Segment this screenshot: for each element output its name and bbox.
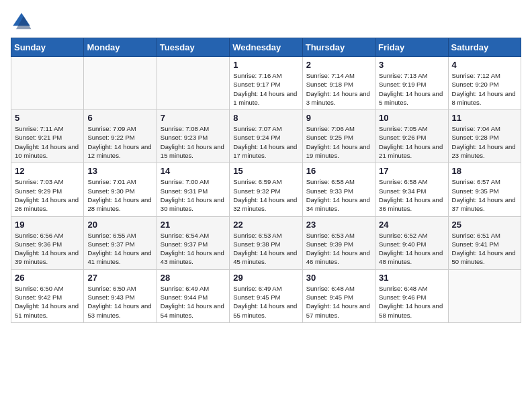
day-info: Sunrise: 7:06 AMSunset: 9:25 PMDaylight:…	[306, 124, 371, 160]
day-info: Sunrise: 6:53 AMSunset: 9:38 PMDaylight:…	[233, 231, 298, 267]
page-header	[11, 11, 521, 32]
weekday-header-monday: Monday	[84, 38, 157, 57]
calendar-day-cell: 14Sunrise: 7:00 AMSunset: 9:31 PMDayligh…	[157, 163, 229, 216]
day-info: Sunrise: 7:04 AMSunset: 9:28 PMDaylight:…	[452, 124, 517, 160]
calendar-table: SundayMondayTuesdayWednesdayThursdayFrid…	[11, 38, 521, 323]
day-number: 21	[161, 220, 226, 230]
calendar-day-cell: 13Sunrise: 7:01 AMSunset: 9:30 PMDayligh…	[84, 163, 157, 216]
calendar-day-cell: 24Sunrise: 6:52 AMSunset: 9:40 PMDayligh…	[375, 216, 448, 269]
day-number: 8	[233, 113, 298, 123]
calendar-day-cell: 28Sunrise: 6:49 AMSunset: 9:44 PMDayligh…	[157, 269, 229, 322]
day-number: 18	[452, 166, 517, 176]
calendar-day-cell: 8Sunrise: 7:07 AMSunset: 9:24 PMDaylight…	[230, 110, 302, 163]
calendar-day-cell: 9Sunrise: 7:06 AMSunset: 9:25 PMDaylight…	[302, 110, 375, 163]
day-number: 31	[379, 273, 444, 283]
calendar-day-cell: 3Sunrise: 7:13 AMSunset: 9:19 PMDaylight…	[375, 57, 448, 110]
calendar-day-cell: 7Sunrise: 7:08 AMSunset: 9:23 PMDaylight…	[157, 110, 229, 163]
day-info: Sunrise: 6:50 AMSunset: 9:43 PMDaylight:…	[87, 284, 152, 320]
day-number: 25	[452, 220, 517, 230]
calendar-day-cell: 23Sunrise: 6:53 AMSunset: 9:39 PMDayligh…	[302, 216, 375, 269]
calendar-day-cell: 2Sunrise: 7:14 AMSunset: 9:18 PMDaylight…	[302, 57, 375, 110]
day-number: 6	[87, 113, 152, 123]
calendar-empty-cell	[448, 269, 521, 322]
weekday-header-thursday: Thursday	[302, 38, 375, 57]
calendar-day-cell: 15Sunrise: 6:59 AMSunset: 9:32 PMDayligh…	[230, 163, 302, 216]
calendar-day-cell: 19Sunrise: 6:56 AMSunset: 9:36 PMDayligh…	[11, 216, 84, 269]
weekday-header-saturday: Saturday	[448, 38, 521, 57]
calendar-day-cell: 11Sunrise: 7:04 AMSunset: 9:28 PMDayligh…	[448, 110, 521, 163]
day-info: Sunrise: 7:11 AMSunset: 9:21 PMDaylight:…	[15, 124, 80, 160]
day-info: Sunrise: 6:56 AMSunset: 9:36 PMDaylight:…	[15, 231, 80, 267]
day-info: Sunrise: 6:53 AMSunset: 9:39 PMDaylight:…	[306, 231, 371, 267]
weekday-header-sunday: Sunday	[11, 38, 84, 57]
day-info: Sunrise: 7:14 AMSunset: 9:18 PMDaylight:…	[306, 71, 371, 107]
day-info: Sunrise: 7:03 AMSunset: 9:29 PMDaylight:…	[15, 177, 80, 213]
day-number: 10	[379, 113, 444, 123]
day-number: 14	[161, 166, 226, 176]
day-info: Sunrise: 6:58 AMSunset: 9:34 PMDaylight:…	[379, 177, 444, 213]
day-number: 28	[161, 273, 226, 283]
day-info: Sunrise: 7:00 AMSunset: 9:31 PMDaylight:…	[161, 177, 226, 213]
calendar-day-cell: 22Sunrise: 6:53 AMSunset: 9:38 PMDayligh…	[230, 216, 302, 269]
day-info: Sunrise: 7:09 AMSunset: 9:22 PMDaylight:…	[87, 124, 152, 160]
calendar-day-cell: 4Sunrise: 7:12 AMSunset: 9:20 PMDaylight…	[448, 57, 521, 110]
day-number: 17	[379, 166, 444, 176]
day-info: Sunrise: 6:51 AMSunset: 9:41 PMDaylight:…	[452, 231, 517, 267]
calendar-day-cell: 10Sunrise: 7:05 AMSunset: 9:26 PMDayligh…	[375, 110, 448, 163]
logo-icon	[11, 11, 32, 32]
day-info: Sunrise: 6:55 AMSunset: 9:37 PMDaylight:…	[87, 231, 152, 267]
day-number: 1	[233, 60, 298, 70]
calendar-day-cell: 5Sunrise: 7:11 AMSunset: 9:21 PMDaylight…	[11, 110, 84, 163]
day-number: 29	[233, 273, 298, 283]
calendar-week-row: 1Sunrise: 7:16 AMSunset: 9:17 PMDaylight…	[11, 57, 521, 110]
weekday-header-tuesday: Tuesday	[157, 38, 229, 57]
calendar-day-cell: 25Sunrise: 6:51 AMSunset: 9:41 PMDayligh…	[448, 216, 521, 269]
calendar-empty-cell	[157, 57, 229, 110]
day-info: Sunrise: 6:48 AMSunset: 9:45 PMDaylight:…	[306, 284, 371, 320]
day-info: Sunrise: 6:50 AMSunset: 9:42 PMDaylight:…	[15, 284, 80, 320]
calendar-day-cell: 27Sunrise: 6:50 AMSunset: 9:43 PMDayligh…	[84, 269, 157, 322]
calendar-day-cell: 17Sunrise: 6:58 AMSunset: 9:34 PMDayligh…	[375, 163, 448, 216]
day-number: 23	[306, 220, 371, 230]
calendar-day-cell: 26Sunrise: 6:50 AMSunset: 9:42 PMDayligh…	[11, 269, 84, 322]
calendar-week-row: 5Sunrise: 7:11 AMSunset: 9:21 PMDaylight…	[11, 110, 521, 163]
day-number: 13	[87, 166, 152, 176]
calendar-empty-cell	[11, 57, 84, 110]
calendar-day-cell: 29Sunrise: 6:49 AMSunset: 9:45 PMDayligh…	[230, 269, 302, 322]
day-number: 15	[233, 166, 298, 176]
day-number: 5	[15, 113, 80, 123]
day-number: 27	[87, 273, 152, 283]
day-info: Sunrise: 6:57 AMSunset: 9:35 PMDaylight:…	[452, 177, 517, 213]
day-info: Sunrise: 6:49 AMSunset: 9:45 PMDaylight:…	[233, 284, 298, 320]
day-info: Sunrise: 7:07 AMSunset: 9:24 PMDaylight:…	[233, 124, 298, 160]
day-info: Sunrise: 7:05 AMSunset: 9:26 PMDaylight:…	[379, 124, 444, 160]
day-number: 16	[306, 166, 371, 176]
day-number: 30	[306, 273, 371, 283]
weekday-header-row: SundayMondayTuesdayWednesdayThursdayFrid…	[11, 38, 521, 57]
calendar-week-row: 19Sunrise: 6:56 AMSunset: 9:36 PMDayligh…	[11, 216, 521, 269]
calendar-day-cell: 31Sunrise: 6:48 AMSunset: 9:46 PMDayligh…	[375, 269, 448, 322]
calendar-day-cell: 18Sunrise: 6:57 AMSunset: 9:35 PMDayligh…	[448, 163, 521, 216]
day-number: 3	[379, 60, 444, 70]
day-number: 19	[15, 220, 80, 230]
day-number: 22	[233, 220, 298, 230]
calendar-day-cell: 16Sunrise: 6:58 AMSunset: 9:33 PMDayligh…	[302, 163, 375, 216]
day-info: Sunrise: 6:49 AMSunset: 9:44 PMDaylight:…	[161, 284, 226, 320]
day-number: 4	[452, 60, 517, 70]
day-number: 7	[161, 113, 226, 123]
day-info: Sunrise: 6:48 AMSunset: 9:46 PMDaylight:…	[379, 284, 444, 320]
day-info: Sunrise: 6:58 AMSunset: 9:33 PMDaylight:…	[306, 177, 371, 213]
calendar-empty-cell	[84, 57, 157, 110]
day-info: Sunrise: 7:08 AMSunset: 9:23 PMDaylight:…	[161, 124, 226, 160]
calendar-day-cell: 12Sunrise: 7:03 AMSunset: 9:29 PMDayligh…	[11, 163, 84, 216]
logo	[11, 11, 35, 32]
day-info: Sunrise: 7:13 AMSunset: 9:19 PMDaylight:…	[379, 71, 444, 107]
day-number: 2	[306, 60, 371, 70]
day-info: Sunrise: 6:54 AMSunset: 9:37 PMDaylight:…	[161, 231, 226, 267]
day-info: Sunrise: 6:59 AMSunset: 9:32 PMDaylight:…	[233, 177, 298, 213]
day-number: 24	[379, 220, 444, 230]
calendar-day-cell: 1Sunrise: 7:16 AMSunset: 9:17 PMDaylight…	[230, 57, 302, 110]
weekday-header-wednesday: Wednesday	[230, 38, 302, 57]
day-number: 20	[87, 220, 152, 230]
calendar-week-row: 12Sunrise: 7:03 AMSunset: 9:29 PMDayligh…	[11, 163, 521, 216]
